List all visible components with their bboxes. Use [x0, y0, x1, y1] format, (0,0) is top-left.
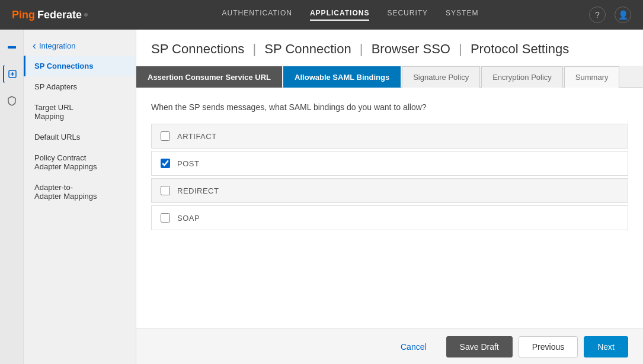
nav-authentication[interactable]: AUTHENTICATION	[222, 9, 292, 21]
main-layout: Integration SP Connections SP Adapters T…	[0, 30, 643, 364]
page-header: SP Connections | SP Connection | Browser…	[136, 30, 643, 66]
breadcrumb-sp-connection: SP Connection	[264, 41, 351, 56]
footer: Cancel Save Draft Previous Next	[136, 328, 643, 364]
nav-icons: ? 👤	[589, 7, 631, 23]
binding-row-redirect: REDIRECT	[151, 178, 628, 203]
checkbox-post[interactable]	[161, 159, 170, 168]
help-icon[interactable]: ?	[589, 7, 606, 23]
left-icon-shield[interactable]	[3, 92, 21, 109]
sidebar-item-policy-contract[interactable]: Policy Contract Adapter Mappings	[24, 147, 136, 177]
tab-allowable-saml-bindings[interactable]: Allowable SAML Bindings	[283, 66, 401, 88]
logo-ping: Ping	[12, 9, 35, 21]
sidebar-item-adapter-mappings[interactable]: Adapter-to- Adapter Mappings	[24, 177, 136, 207]
sidebar-back[interactable]: Integration	[24, 36, 136, 56]
next-button[interactable]: Next	[584, 336, 628, 357]
sidebar: Integration SP Connections SP Adapters T…	[24, 30, 136, 364]
tab-summary[interactable]: Summary	[564, 66, 620, 88]
tab-encryption-policy[interactable]: Encryption Policy	[481, 66, 563, 88]
page-title: SP Connections | SP Connection | Browser…	[151, 41, 628, 57]
breadcrumb-browser-sso: Browser SSO	[372, 41, 450, 56]
checkbox-artifact[interactable]	[161, 131, 170, 141]
binding-row-post: POST	[151, 151, 628, 176]
previous-button[interactable]: Previous	[519, 336, 578, 357]
logo-federate: Federate	[37, 9, 82, 21]
nav-applications[interactable]: APPLICATIONS	[310, 9, 369, 21]
bindings-list: ARTIFACT POST REDIRECT SOAP	[151, 124, 628, 230]
sidebar-item-target-url-mapping[interactable]: Target URL Mapping	[24, 97, 136, 127]
nav-system[interactable]: SYSTEM	[446, 9, 478, 21]
binding-row-soap: SOAP	[151, 205, 628, 230]
content-area: When the SP sends messages, what SAML bi…	[136, 88, 643, 328]
cancel-button[interactable]: Cancel	[387, 336, 440, 357]
main-content: SP Connections | SP Connection | Browser…	[136, 30, 643, 364]
sidebar-item-sp-adapters[interactable]: SP Adapters	[24, 76, 136, 97]
binding-label-soap: SOAP	[177, 214, 200, 223]
svg-point-2	[14, 46, 16, 49]
svg-point-1	[8, 46, 10, 49]
checkbox-soap[interactable]	[161, 213, 170, 223]
nav-security[interactable]: SECURITY	[387, 9, 428, 21]
left-icon-sp[interactable]	[3, 65, 21, 83]
sidebar-item-sp-connections[interactable]: SP Connections	[24, 56, 136, 76]
checkbox-redirect[interactable]	[161, 186, 170, 195]
save-draft-button[interactable]: Save Draft	[446, 336, 513, 357]
tab-bar: Assertion Consumer Service URL Allowable…	[136, 66, 643, 88]
left-icon-connections[interactable]	[3, 38, 21, 56]
binding-row-artifact: ARTIFACT	[151, 124, 628, 149]
binding-label-post: POST	[177, 159, 199, 168]
breadcrumb-sp-connections: SP Connections	[151, 41, 244, 56]
tab-assertion-consumer-service-url[interactable]: Assertion Consumer Service URL	[136, 66, 282, 88]
top-nav: PingFederate® AUTHENTICATION APPLICATION…	[0, 0, 643, 30]
content-description: When the SP sends messages, what SAML bi…	[151, 102, 628, 112]
left-icons	[0, 30, 24, 364]
nav-links: AUTHENTICATION APPLICATIONS SECURITY SYS…	[111, 9, 589, 21]
user-icon[interactable]: 👤	[615, 7, 631, 23]
binding-label-redirect: REDIRECT	[177, 186, 219, 195]
tab-signature-policy[interactable]: Signature Policy	[402, 66, 480, 88]
binding-label-artifact: ARTIFACT	[177, 132, 217, 141]
sidebar-item-default-urls[interactable]: Default URLs	[24, 127, 136, 147]
breadcrumb-protocol-settings: Protocol Settings	[471, 41, 569, 56]
logo: PingFederate®	[12, 9, 88, 21]
